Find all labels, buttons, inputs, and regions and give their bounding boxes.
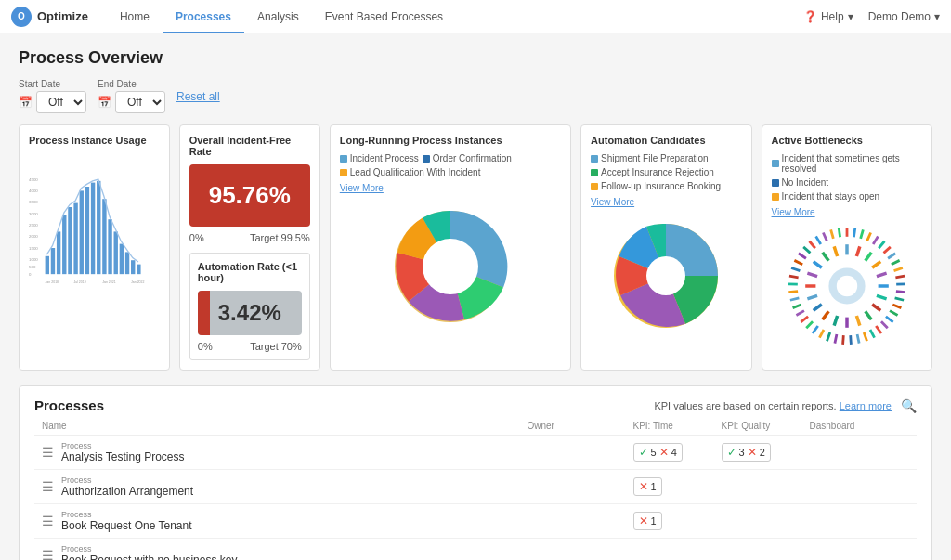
process-icon: ☰ (42, 479, 54, 494)
table-row[interactable]: ☰ Process Book Request with no business … (34, 539, 917, 561)
legend-dot-incident-process (340, 155, 347, 163)
table-row[interactable]: ☰ Process Authorization Arrangement ✕1 (34, 470, 917, 504)
process-name[interactable]: Book Request One Tenant (61, 519, 192, 532)
top-nav: O Optimize Home Processes Analysis Event… (0, 0, 951, 33)
search-processes-button[interactable]: 🔍 (901, 398, 917, 413)
learn-more-link[interactable]: Learn more (840, 400, 892, 411)
svg-rect-12 (57, 231, 60, 274)
process-name-cell: ☰ Process Authorization Arrangement (34, 470, 520, 504)
legend-dot-shipment (591, 155, 598, 163)
long-running-view-more[interactable]: View More (340, 183, 561, 193)
help-label: Help (821, 10, 844, 23)
demo-label: Demo Demo (868, 10, 931, 23)
svg-line-82 (866, 253, 872, 261)
svg-line-96 (807, 273, 817, 276)
legend-dot-accept (591, 169, 598, 176)
svg-line-54 (870, 330, 875, 338)
svg-text:0: 0 (29, 272, 32, 277)
svg-rect-13 (62, 215, 66, 274)
kpi-time-badge[interactable]: ✓5✕4 (633, 443, 683, 462)
incident-rate-target: Target 99.5% (250, 232, 310, 243)
svg-line-71 (791, 268, 800, 271)
svg-line-66 (792, 305, 801, 308)
th-name: Name (34, 417, 520, 436)
table-row[interactable]: ☰ Process Book Request One Tenant ✕1 (34, 504, 917, 539)
nav-home[interactable]: Home (107, 0, 163, 33)
incident-rate-value: 95.76% (189, 164, 310, 227)
automation-candidates-pie (591, 211, 741, 341)
svg-line-65 (796, 311, 803, 316)
svg-text:Jan 2018: Jan 2018 (46, 280, 59, 284)
svg-line-36 (853, 228, 854, 238)
process-name[interactable]: Analysis Testing Process (61, 450, 185, 463)
table-row[interactable]: ☰ Process Analysis Testing Process ✓5✕4✓… (34, 436, 917, 470)
svg-line-88 (866, 311, 872, 319)
kpi-time-badge[interactable]: ✕1 (633, 512, 662, 530)
svg-point-101 (837, 276, 857, 296)
process-owner-cell (520, 436, 626, 470)
nav-event-based[interactable]: Event Based Processes (312, 0, 456, 33)
process-kpi-quality-cell (714, 470, 802, 504)
svg-text:4500: 4500 (29, 177, 38, 182)
legend-item-order-confirmation: Order Confirmation (423, 153, 512, 163)
svg-line-92 (822, 311, 828, 319)
kpi-time-badge[interactable]: ✕1 (633, 477, 662, 496)
svg-line-77 (823, 232, 827, 241)
bottlenecks-view-more[interactable]: View More (772, 207, 922, 217)
legend-incident-resolved: Incident that sometimes gets resolved (772, 153, 922, 174)
kpi-note: KPI values are based on certain reports.… (654, 400, 892, 411)
svg-line-67 (790, 298, 800, 300)
table-header-row: Name Owner KPI: Time KPI: Quality Dashbo… (34, 417, 917, 436)
automation-rate-target: Target 70% (250, 341, 302, 352)
help-button[interactable]: ❓ Help ▾ (803, 10, 853, 23)
kpi-quality-red-icon: ✕ (748, 446, 757, 459)
svg-line-86 (877, 295, 887, 298)
end-date-select[interactable]: Off (115, 91, 165, 113)
svg-line-83 (872, 262, 880, 268)
automation-candidates-view-more[interactable]: View More (591, 197, 741, 207)
process-name[interactable]: Authorization Arrangement (61, 485, 193, 498)
nav-analysis[interactable]: Analysis (244, 0, 312, 33)
svg-line-50 (890, 311, 897, 316)
card-bottlenecks: Active Bottlenecks Incident that sometim… (762, 124, 932, 371)
demo-button[interactable]: Demo Demo ▾ (868, 10, 940, 23)
svg-line-38 (866, 232, 870, 241)
process-name[interactable]: Book Request with no business key (61, 553, 237, 560)
usage-chart-svg: 4500 4000 3500 3000 2500 2000 1500 1000 … (29, 153, 160, 302)
automation-rate-from: 0% (198, 341, 213, 352)
svg-line-89 (856, 316, 859, 326)
process-icon: ☰ (42, 514, 54, 528)
svg-line-98 (822, 253, 828, 261)
svg-line-45 (895, 276, 905, 278)
svg-line-43 (892, 260, 900, 264)
brand[interactable]: O Optimize (11, 7, 88, 27)
legend-shipment: Shipment File Preparation (591, 153, 709, 163)
process-kpi-time-cell (626, 539, 714, 561)
process-name-cell: ☰ Process Book Request One Tenant (34, 504, 520, 539)
process-owner-cell (520, 504, 626, 539)
svg-rect-25 (131, 260, 135, 274)
process-kpi-quality-cell: ✓3✕2 (714, 436, 802, 470)
nav-processes[interactable]: Processes (163, 0, 244, 33)
kpi-quality-green-count: 3 (739, 447, 745, 458)
process-owner-cell (520, 470, 626, 504)
process-dashboard-cell (802, 539, 918, 561)
svg-line-39 (873, 237, 878, 244)
incident-rate-footer: 0% Target 99.5% (189, 232, 310, 243)
reset-button[interactable]: Reset all (176, 90, 220, 103)
svg-line-52 (881, 321, 888, 328)
kpi-time-red-count: 1 (651, 515, 657, 527)
automation-chart (601, 211, 731, 341)
process-dashboard-cell (802, 436, 918, 470)
process-sub: Process (61, 441, 185, 450)
start-date-select[interactable]: Off (36, 91, 86, 113)
kpi-quality-green-icon: ✓ (727, 446, 736, 459)
svg-rect-17 (85, 187, 89, 274)
svg-rect-20 (102, 199, 106, 274)
kpi-quality-badge[interactable]: ✓3✕2 (722, 443, 771, 462)
card-automation-title: Automation Candidates (591, 135, 741, 146)
svg-rect-14 (68, 207, 72, 274)
date-filters: Start Date 📅 Off End Date 📅 Off Reset al… (19, 79, 932, 113)
svg-text:2000: 2000 (29, 234, 38, 239)
process-owner-cell (520, 539, 626, 561)
